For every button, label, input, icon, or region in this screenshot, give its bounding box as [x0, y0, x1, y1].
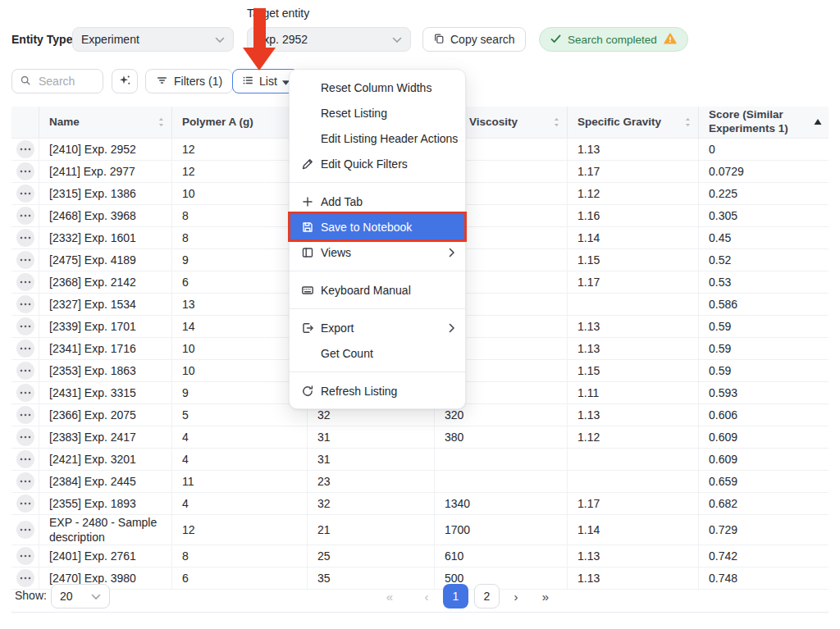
plus-icon [301, 195, 321, 208]
cell-name[interactable]: [2353] Exp. 1863 [39, 360, 172, 381]
menu-item-label: Edit Quick Filters [321, 157, 408, 171]
cell-score: 0.682 [699, 493, 829, 514]
row-actions-button[interactable] [16, 162, 34, 180]
entity-type-select[interactable]: Experiment [72, 27, 234, 52]
menu-divider [290, 371, 465, 372]
row-actions-button[interactable] [16, 450, 34, 468]
sort-icon[interactable] [550, 117, 560, 127]
menu-item-export[interactable]: Export [290, 315, 465, 340]
cell-name[interactable]: [2468] Exp. 3968 [39, 205, 172, 226]
cell-score: 0.305 [699, 205, 829, 226]
cell-name[interactable]: [2366] Exp. 2075 [39, 404, 172, 426]
cell-name[interactable]: [2332] Exp. 1601 [39, 227, 172, 248]
row-actions-button[interactable] [16, 406, 34, 424]
pagination-prev-button[interactable]: ‹ [418, 584, 436, 608]
row-actions-button[interactable] [16, 207, 34, 225]
menu-item-keyboard-manual[interactable]: Keyboard Manual [290, 277, 465, 303]
row-actions-button[interactable] [16, 317, 34, 335]
pagination-page-1[interactable]: 1 [443, 584, 468, 608]
table-row: [2383] Exp. 2417 4 31 380 1.12 0.609 [11, 426, 829, 449]
cell-score: 0.609 [699, 449, 829, 470]
cell-name[interactable]: [2368] Exp. 2142 [39, 271, 172, 293]
cell-name[interactable]: [2384] Exp. 2445 [39, 471, 172, 492]
cell-name[interactable]: [2341] Exp. 1716 [39, 338, 172, 359]
menu-item-save-to-notebook[interactable]: Save to Notebook [290, 214, 465, 239]
cell-name[interactable]: [2411] Exp. 2977 [39, 161, 172, 182]
sort-icon[interactable] [154, 117, 165, 127]
menu-item-views[interactable]: Views [290, 239, 465, 265]
pagination-page-2[interactable]: 2 [474, 584, 500, 608]
menu-item-reset-column-widths[interactable]: Reset Column Widths [290, 75, 465, 100]
cell-name[interactable]: [2431] Exp. 3315 [39, 382, 172, 403]
cell-name[interactable]: [2327] Exp. 1534 [39, 294, 172, 315]
header-score[interactable]: Score (Similar Experiments 1) [699, 107, 829, 138]
row-actions-button[interactable] [16, 340, 34, 358]
sort-icon[interactable] [681, 117, 692, 127]
pagination-next-button[interactable]: › [507, 584, 525, 608]
row-actions-button[interactable] [16, 472, 34, 490]
cell-name[interactable]: [2401] Exp. 2761 [39, 545, 172, 567]
menu-item-edit-listing-header-actions[interactable]: Edit Listing Header Actions [290, 125, 465, 151]
filters-label: Filters (1) [174, 75, 222, 88]
list-label: List [259, 75, 277, 88]
cell-polymer-a: 9 [172, 249, 308, 271]
menu-item-reset-listing[interactable]: Reset Listing [290, 100, 465, 125]
table-row: EXP - 2480 - Sample description 12 21 17… [11, 515, 829, 545]
row-actions-button[interactable] [16, 185, 34, 203]
menu-item-refresh-listing[interactable]: Refresh Listing [290, 378, 465, 403]
filter-icon [156, 75, 168, 89]
cell-specific-gravity: 1.12 [568, 183, 699, 204]
menu-item-add-tab[interactable]: Add Tab [290, 189, 465, 214]
cell-name[interactable]: [2355] Exp. 1893 [39, 493, 172, 514]
annotation-arrow-head [243, 48, 276, 71]
header-polymer-a[interactable]: Polymer A (g) [172, 107, 308, 138]
cell-specific-gravity: 1.15 [568, 360, 699, 381]
ai-sparkle-button[interactable] [112, 69, 138, 93]
cell-polymer-a: 4 [172, 493, 308, 514]
row-actions-button[interactable] [16, 495, 34, 513]
cell-score: 0 [699, 139, 829, 160]
search-input[interactable] [37, 74, 93, 89]
cell-specific-gravity: 1.13 [568, 139, 699, 160]
cell-name[interactable]: EXP - 2480 - Sample description [39, 515, 172, 545]
menu-item-label: Keyboard Manual [321, 284, 411, 297]
copy-search-button[interactable]: Copy search [422, 27, 526, 52]
row-actions-button[interactable] [16, 384, 34, 402]
menu-item-label: Reset Column Widths [321, 81, 431, 94]
header-specific-gravity[interactable]: Specific Gravity [568, 107, 699, 138]
cell-name[interactable]: [2315] Exp. 1386 [39, 183, 172, 204]
row-actions-button[interactable] [16, 547, 34, 565]
row-actions-button[interactable] [16, 251, 34, 269]
filters-button[interactable]: Filters (1) [145, 69, 233, 93]
cell-score: 0.729 [699, 515, 829, 545]
cell-hidden-column: 31 [308, 449, 435, 470]
cell-name[interactable]: [2410] Exp. 2952 [39, 139, 172, 160]
menu-item-label: Add Tab [321, 195, 363, 208]
cell-specific-gravity [568, 294, 699, 315]
cell-score: 0.586 [699, 294, 829, 315]
menu-item-get-count[interactable]: Get Count [290, 340, 465, 366]
cell-specific-gravity: 1.14 [568, 515, 699, 545]
row-actions-button[interactable] [16, 428, 34, 446]
cell-name[interactable]: [2421] Exp. 3201 [39, 449, 172, 470]
cell-name[interactable]: [2339] Exp. 1701 [39, 316, 172, 337]
row-actions-button[interactable] [16, 229, 34, 247]
cell-name[interactable]: [2475] Exp. 4189 [39, 249, 172, 271]
row-actions-button[interactable] [16, 362, 34, 380]
app-window: Entity Type Experiment Target entity Exp… [0, 0, 840, 629]
row-actions-button[interactable] [16, 273, 34, 291]
header-name[interactable]: Name [39, 107, 172, 138]
row-actions-button[interactable] [16, 140, 34, 158]
pagination-last-button[interactable]: » [536, 584, 555, 608]
row-actions-button[interactable] [16, 521, 34, 539]
pagination-first-button[interactable]: « [381, 584, 399, 608]
page-size-select[interactable]: 20 [51, 584, 110, 608]
sort-asc-icon[interactable] [810, 119, 822, 125]
cell-name[interactable]: [2383] Exp. 2417 [39, 426, 172, 448]
cell-specific-gravity: 1.13 [568, 338, 699, 359]
row-actions-button[interactable] [16, 295, 34, 313]
menu-item-label: Views [321, 246, 351, 259]
cell-score: 0.53 [699, 271, 829, 293]
menu-item-edit-quick-filters[interactable]: Edit Quick Filters [290, 151, 465, 176]
status-badge-label: Search completed [568, 34, 657, 46]
